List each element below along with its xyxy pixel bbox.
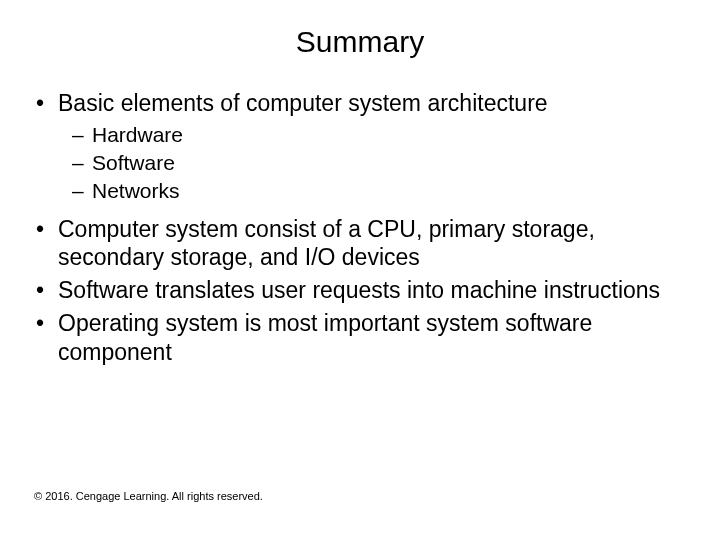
slide: Summary Basic elements of computer syste…	[0, 0, 720, 540]
bullet-item: Basic elements of computer system archit…	[30, 89, 690, 118]
bullet-item: Computer system consist of a CPU, primar…	[30, 215, 690, 273]
bullet-item: Operating system is most important syste…	[30, 309, 690, 367]
sub-bullet-item: Software	[30, 150, 690, 176]
sub-bullet-item: Networks	[30, 178, 690, 204]
bullet-list: Basic elements of computer system archit…	[30, 89, 690, 366]
copyright-footer: © 2016. Cengage Learning. All rights res…	[34, 490, 263, 502]
bullet-item: Software translates user requests into m…	[30, 276, 690, 305]
sub-bullet-item: Hardware	[30, 122, 690, 148]
sub-bullet-group: Hardware Software Networks	[30, 122, 690, 205]
slide-title: Summary	[30, 25, 690, 59]
